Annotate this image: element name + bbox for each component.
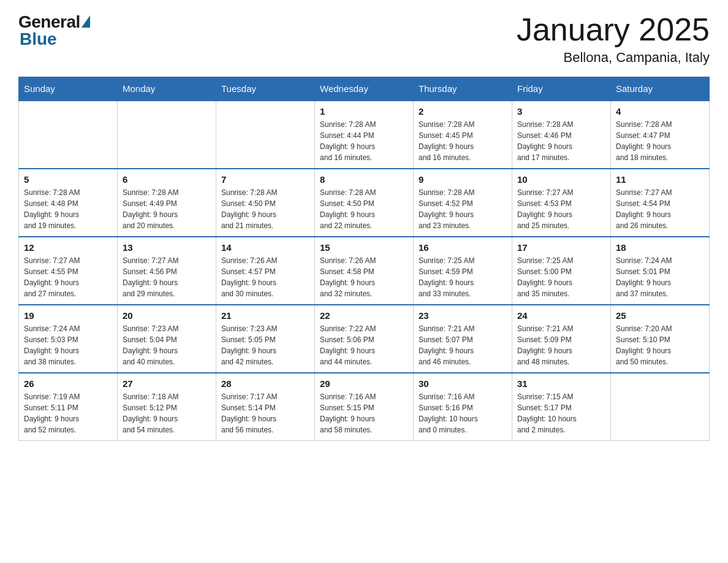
logo-blue-text: Blue: [20, 29, 57, 49]
table-row: 10Sunrise: 7:27 AM Sunset: 4:53 PM Dayli…: [512, 169, 611, 237]
day-info: Sunrise: 7:28 AM Sunset: 4:50 PM Dayligh…: [320, 187, 408, 231]
week-row-1: 1Sunrise: 7:28 AM Sunset: 4:44 PM Daylig…: [19, 101, 710, 169]
week-row-4: 19Sunrise: 7:24 AM Sunset: 5:03 PM Dayli…: [19, 305, 710, 373]
day-info: Sunrise: 7:28 AM Sunset: 4:48 PM Dayligh…: [24, 187, 112, 231]
day-number: 18: [616, 242, 704, 253]
table-row: 25Sunrise: 7:20 AM Sunset: 5:10 PM Dayli…: [611, 305, 710, 373]
day-info: Sunrise: 7:16 AM Sunset: 5:16 PM Dayligh…: [419, 391, 507, 435]
day-number: 25: [616, 310, 704, 321]
day-number: 8: [320, 174, 408, 185]
calendar-title: January 2025: [517, 12, 710, 47]
day-number: 12: [24, 242, 112, 253]
header-friday: Friday: [512, 77, 611, 101]
day-info: Sunrise: 7:15 AM Sunset: 5:17 PM Dayligh…: [517, 391, 605, 435]
day-number: 5: [24, 174, 112, 185]
day-number: 21: [221, 310, 309, 321]
day-info: Sunrise: 7:25 AM Sunset: 4:59 PM Dayligh…: [419, 255, 507, 299]
table-row: [611, 373, 710, 441]
header-tuesday: Tuesday: [216, 77, 315, 101]
day-number: 31: [517, 378, 605, 389]
day-number: 22: [320, 310, 408, 321]
day-info: Sunrise: 7:27 AM Sunset: 4:55 PM Dayligh…: [24, 255, 112, 299]
day-number: 15: [320, 242, 408, 253]
table-row: 13Sunrise: 7:27 AM Sunset: 4:56 PM Dayli…: [118, 237, 216, 305]
calendar-subtitle: Bellona, Campania, Italy: [517, 50, 710, 66]
table-row: 3Sunrise: 7:28 AM Sunset: 4:46 PM Daylig…: [512, 101, 611, 169]
day-info: Sunrise: 7:27 AM Sunset: 4:53 PM Dayligh…: [517, 187, 605, 231]
title-section: January 2025 Bellona, Campania, Italy: [517, 12, 710, 66]
table-row: 24Sunrise: 7:21 AM Sunset: 5:09 PM Dayli…: [512, 305, 611, 373]
day-info: Sunrise: 7:28 AM Sunset: 4:47 PM Dayligh…: [616, 119, 704, 163]
day-number: 4: [616, 106, 704, 117]
day-info: Sunrise: 7:28 AM Sunset: 4:50 PM Dayligh…: [221, 187, 309, 231]
table-row: 12Sunrise: 7:27 AM Sunset: 4:55 PM Dayli…: [19, 237, 118, 305]
header-wednesday: Wednesday: [315, 77, 414, 101]
table-row: [216, 101, 315, 169]
day-info: Sunrise: 7:19 AM Sunset: 5:11 PM Dayligh…: [24, 391, 112, 435]
logo-triangle-icon: [82, 15, 90, 28]
table-row: 19Sunrise: 7:24 AM Sunset: 5:03 PM Dayli…: [19, 305, 118, 373]
day-number: 17: [517, 242, 605, 253]
day-number: 24: [517, 310, 605, 321]
table-row: 29Sunrise: 7:16 AM Sunset: 5:15 PM Dayli…: [315, 373, 414, 441]
table-row: 14Sunrise: 7:26 AM Sunset: 4:57 PM Dayli…: [216, 237, 315, 305]
header-sunday: Sunday: [19, 77, 118, 101]
table-row: 22Sunrise: 7:22 AM Sunset: 5:06 PM Dayli…: [315, 305, 414, 373]
table-row: 7Sunrise: 7:28 AM Sunset: 4:50 PM Daylig…: [216, 169, 315, 237]
table-row: 11Sunrise: 7:27 AM Sunset: 4:54 PM Dayli…: [611, 169, 710, 237]
day-number: 26: [24, 378, 112, 389]
day-info: Sunrise: 7:27 AM Sunset: 4:54 PM Dayligh…: [616, 187, 704, 231]
day-info: Sunrise: 7:21 AM Sunset: 5:09 PM Dayligh…: [517, 323, 605, 367]
table-row: [19, 101, 118, 169]
day-info: Sunrise: 7:23 AM Sunset: 5:04 PM Dayligh…: [123, 323, 211, 367]
day-info: Sunrise: 7:25 AM Sunset: 5:00 PM Dayligh…: [517, 255, 605, 299]
logo: General Blue: [18, 12, 90, 49]
header-saturday: Saturday: [611, 77, 710, 101]
table-row: 31Sunrise: 7:15 AM Sunset: 5:17 PM Dayli…: [512, 373, 611, 441]
day-number: 9: [419, 174, 507, 185]
day-number: 10: [517, 174, 605, 185]
day-info: Sunrise: 7:18 AM Sunset: 5:12 PM Dayligh…: [123, 391, 211, 435]
day-info: Sunrise: 7:17 AM Sunset: 5:14 PM Dayligh…: [221, 391, 309, 435]
day-number: 1: [320, 106, 408, 117]
day-number: 29: [320, 378, 408, 389]
day-info: Sunrise: 7:28 AM Sunset: 4:44 PM Dayligh…: [320, 119, 408, 163]
week-row-5: 26Sunrise: 7:19 AM Sunset: 5:11 PM Dayli…: [19, 373, 710, 441]
week-row-3: 12Sunrise: 7:27 AM Sunset: 4:55 PM Dayli…: [19, 237, 710, 305]
day-number: 23: [419, 310, 507, 321]
day-info: Sunrise: 7:22 AM Sunset: 5:06 PM Dayligh…: [320, 323, 408, 367]
day-number: 13: [123, 242, 211, 253]
table-row: 6Sunrise: 7:28 AM Sunset: 4:49 PM Daylig…: [118, 169, 216, 237]
page-header: General Blue January 2025 Bellona, Campa…: [18, 12, 710, 66]
day-info: Sunrise: 7:24 AM Sunset: 5:01 PM Dayligh…: [616, 255, 704, 299]
day-info: Sunrise: 7:16 AM Sunset: 5:15 PM Dayligh…: [320, 391, 408, 435]
day-number: 20: [123, 310, 211, 321]
day-number: 30: [419, 378, 507, 389]
table-row: 2Sunrise: 7:28 AM Sunset: 4:45 PM Daylig…: [414, 101, 512, 169]
table-row: 5Sunrise: 7:28 AM Sunset: 4:48 PM Daylig…: [19, 169, 118, 237]
week-row-2: 5Sunrise: 7:28 AM Sunset: 4:48 PM Daylig…: [19, 169, 710, 237]
table-row: 4Sunrise: 7:28 AM Sunset: 4:47 PM Daylig…: [611, 101, 710, 169]
header-thursday: Thursday: [414, 77, 512, 101]
table-row: 20Sunrise: 7:23 AM Sunset: 5:04 PM Dayli…: [118, 305, 216, 373]
table-row: 23Sunrise: 7:21 AM Sunset: 5:07 PM Dayli…: [414, 305, 512, 373]
header-monday: Monday: [118, 77, 216, 101]
table-row: 1Sunrise: 7:28 AM Sunset: 4:44 PM Daylig…: [315, 101, 414, 169]
table-row: 8Sunrise: 7:28 AM Sunset: 4:50 PM Daylig…: [315, 169, 414, 237]
day-number: 6: [123, 174, 211, 185]
table-row: 30Sunrise: 7:16 AM Sunset: 5:16 PM Dayli…: [414, 373, 512, 441]
calendar-header-row: SundayMondayTuesdayWednesdayThursdayFrid…: [19, 77, 710, 101]
day-number: 3: [517, 106, 605, 117]
table-row: 27Sunrise: 7:18 AM Sunset: 5:12 PM Dayli…: [118, 373, 216, 441]
table-row: 9Sunrise: 7:28 AM Sunset: 4:52 PM Daylig…: [414, 169, 512, 237]
day-number: 16: [419, 242, 507, 253]
day-number: 11: [616, 174, 704, 185]
table-row: 17Sunrise: 7:25 AM Sunset: 5:00 PM Dayli…: [512, 237, 611, 305]
day-number: 27: [123, 378, 211, 389]
day-info: Sunrise: 7:20 AM Sunset: 5:10 PM Dayligh…: [616, 323, 704, 367]
day-number: 7: [221, 174, 309, 185]
day-info: Sunrise: 7:26 AM Sunset: 4:58 PM Dayligh…: [320, 255, 408, 299]
table-row: 28Sunrise: 7:17 AM Sunset: 5:14 PM Dayli…: [216, 373, 315, 441]
day-number: 14: [221, 242, 309, 253]
day-info: Sunrise: 7:26 AM Sunset: 4:57 PM Dayligh…: [221, 255, 309, 299]
